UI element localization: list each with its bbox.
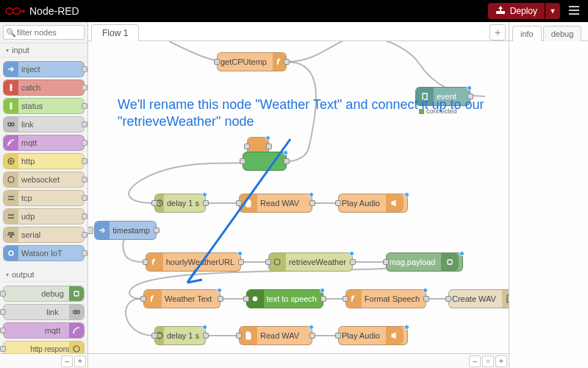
event-icon — [416, 88, 434, 105]
deploy-dropdown[interactable]: ▼ — [545, 3, 560, 19]
svg-rect-0 — [496, 11, 505, 14]
speaker-icon — [386, 194, 404, 212]
node-event-status: connected — [419, 107, 457, 115]
websocket-icon — [4, 172, 18, 187]
palette-node-link-in[interactable]: link — [3, 116, 85, 132]
node-readwav-1[interactable]: Read WAV — [239, 194, 312, 213]
palette-node-mqtt-out[interactable]: mqtt — [3, 322, 85, 339]
workspace-footer: – ○ + — [88, 353, 509, 368]
node-text-to-speech[interactable]: text to speech — [246, 289, 323, 308]
zoom-reset-button[interactable]: ○ — [482, 355, 494, 367]
svg-text:f: f — [277, 58, 280, 66]
node-readwav-2[interactable]: Read WAV — [239, 326, 312, 345]
node-retrieveweather[interactable]: retrieveWeather — [268, 252, 353, 272]
node-delay-2[interactable]: delay 1 s — [154, 326, 206, 345]
file-icon — [240, 327, 257, 344]
node-playaudio-1[interactable]: Play Audio — [338, 194, 408, 213]
menu-button[interactable] — [564, 3, 584, 19]
node-unnamed-2[interactable] — [243, 152, 287, 171]
hamburger-icon — [569, 6, 579, 17]
function-icon: f — [146, 253, 163, 271]
app-title: Node-RED — [29, 5, 79, 17]
svg-point-11 — [8, 177, 14, 183]
debug-icon — [441, 253, 459, 271]
node-palette: 🔍 input inject catch status link mqtt ht… — [0, 22, 88, 368]
function-icon: f — [144, 290, 162, 308]
deploy-icon — [495, 6, 506, 17]
palette-node-http-in[interactable]: http — [3, 153, 85, 169]
svg-point-15 — [76, 311, 79, 314]
node-timestamp[interactable]: timestamp — [94, 221, 157, 240]
add-flow-button[interactable]: + — [490, 24, 506, 40]
node-event[interactable]: event — [415, 87, 470, 106]
palette-node-tcp-in[interactable]: tcp — [3, 190, 85, 206]
mqtt-out-icon — [69, 323, 84, 338]
debug-icon — [69, 286, 84, 301]
http-out-icon — [69, 342, 84, 353]
svg-rect-2 — [569, 10, 579, 11]
workspace: Flow 1 + get — [88, 22, 509, 368]
node-formatspeech[interactable]: fFormat Speech — [345, 289, 426, 308]
http-icon — [4, 154, 18, 169]
palette-node-catch[interactable]: catch — [3, 79, 85, 96]
inject-icon — [95, 222, 110, 239]
speaker-icon — [386, 327, 404, 344]
app-header: Node-RED Deploy ▼ — [0, 0, 588, 22]
svg-point-16 — [74, 346, 79, 352]
svg-rect-4 — [10, 85, 12, 88]
svg-rect-6 — [10, 103, 12, 107]
workspace-tabs: Flow 1 + — [88, 22, 509, 41]
node-delay-1[interactable]: delay 1 s — [154, 194, 206, 213]
node-createwav[interactable]: Create WAV — [448, 289, 509, 308]
palette-category-input[interactable]: input — [0, 43, 87, 57]
node-msgpayload[interactable]: msg.payload — [386, 252, 463, 272]
logo-icon — [4, 4, 25, 18]
node-weathertext[interactable]: fWeather Text — [143, 289, 220, 308]
deploy-button[interactable]: Deploy — [488, 3, 545, 19]
palette-node-udp-in[interactable]: udp — [3, 208, 85, 224]
file-icon — [240, 194, 257, 212]
palette-node-mqtt-in[interactable]: mqtt — [3, 135, 85, 151]
palette-search-wrap: 🔍 — [0, 22, 87, 43]
node-playaudio-2[interactable]: Play Audio — [338, 326, 408, 345]
svg-rect-5 — [10, 89, 12, 91]
palette-node-http-response[interactable]: http response — [3, 341, 85, 353]
palette-collapse-button[interactable]: – — [61, 355, 73, 367]
palette-node-inject[interactable]: inject — [3, 61, 85, 77]
svg-rect-3 — [569, 13, 579, 15]
svg-rect-22 — [448, 260, 452, 264]
link-icon — [4, 117, 18, 132]
palette-category-output[interactable]: output — [0, 268, 87, 282]
sidebar: info debug — [509, 22, 588, 368]
status-icon — [4, 99, 18, 113]
node-getcputemp[interactable]: getCPUtempf — [217, 52, 287, 71]
node-hourlyweatherurl[interactable]: fhourlyWeatherURL — [146, 252, 241, 272]
palette-footer: – + — [0, 353, 87, 368]
svg-rect-1 — [569, 6, 579, 7]
zoom-in-button[interactable]: + — [495, 355, 507, 367]
http-req-icon — [269, 253, 286, 271]
palette-node-link-out[interactable]: link — [3, 304, 85, 320]
function-icon: f — [346, 290, 362, 308]
svg-rect-7 — [10, 107, 12, 109]
palette-node-status[interactable]: status — [3, 98, 85, 114]
catch-icon — [4, 80, 18, 95]
sidebar-body — [509, 41, 588, 368]
sidebar-tab-info[interactable]: info — [512, 26, 542, 41]
svg-point-21 — [274, 259, 280, 265]
palette-node-websocket-in[interactable]: websocket — [3, 171, 85, 188]
sidebar-tab-debug[interactable]: debug — [543, 26, 582, 41]
deploy-label: Deploy — [510, 6, 537, 16]
udp-icon — [4, 209, 18, 224]
palette-node-serial-in[interactable]: serial — [3, 227, 85, 243]
palette-expand-button[interactable]: + — [74, 355, 86, 367]
svg-point-12 — [9, 251, 13, 255]
svg-point-26 — [157, 333, 162, 339]
zoom-out-button[interactable]: – — [469, 355, 481, 367]
palette-node-debug[interactable]: debug — [3, 286, 85, 302]
palette-node-watson-iot[interactable]: Watson IoT — [3, 245, 85, 261]
flow-canvas[interactable]: getCPUtempf event connected delay 1 s Re… — [88, 41, 509, 353]
flow-tab[interactable]: Flow 1 — [91, 24, 139, 41]
svg-rect-13 — [74, 291, 79, 296]
svg-text:f: f — [351, 295, 354, 302]
